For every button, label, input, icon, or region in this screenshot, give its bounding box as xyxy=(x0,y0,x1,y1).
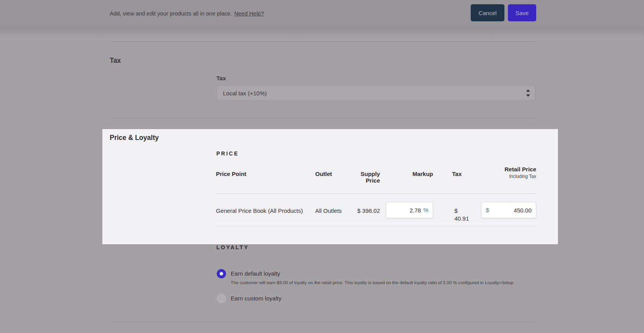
markup-input-field[interactable] xyxy=(390,207,421,214)
header-outlet: Outlet xyxy=(315,165,347,177)
header-tax: Tax xyxy=(433,165,474,177)
tax-select-value: Local tax (+10%) xyxy=(223,90,267,97)
price-loyalty-heading: Price & Loyalty xyxy=(110,134,159,142)
loyalty-section-title: LOYALTY xyxy=(216,244,249,250)
section-divider xyxy=(110,41,536,42)
price-section-title: PRICE xyxy=(216,150,239,157)
tax-field-label: Tax xyxy=(216,75,226,81)
earn-default-loyalty-label[interactable]: Earn default loyalty xyxy=(231,270,280,277)
earn-custom-loyalty-label[interactable]: Earn custom loyalty xyxy=(231,295,281,302)
header-retail-price-label: Retail Price xyxy=(474,166,536,173)
header-retail-price: Retail Price Including Tax xyxy=(474,165,536,180)
table-row: General Price Book (All Products) All Ou… xyxy=(216,194,536,226)
currency-prefix: $ xyxy=(486,206,489,214)
header-price-point: Price Point xyxy=(216,165,315,177)
topbar-message: Add, view and edit your products all in … xyxy=(110,0,264,27)
cell-tax: $ 40.91 xyxy=(433,194,474,223)
tax-select[interactable]: Local tax (+10%) xyxy=(216,85,536,101)
earn-default-loyalty-radio[interactable] xyxy=(217,269,226,278)
markup-input[interactable]: % xyxy=(386,202,433,218)
retail-price-input[interactable]: $ xyxy=(481,202,536,218)
need-help-link[interactable]: Need Help? xyxy=(234,10,264,17)
tax-section-heading: Tax xyxy=(110,57,121,65)
price-loyalty-panel: Price & Loyalty PRICE Price Point Outlet… xyxy=(102,129,558,244)
price-table: Price Point Outlet Supply Price Markup T… xyxy=(216,165,536,226)
product-edit-page: Add, view and edit your products all in … xyxy=(0,0,644,333)
retail-price-input-field[interactable] xyxy=(492,207,532,214)
earn-custom-loyalty-radio[interactable] xyxy=(217,294,226,303)
top-bar: Add, view and edit your products all in … xyxy=(0,0,644,27)
section-divider xyxy=(110,118,536,119)
save-button[interactable]: Save xyxy=(508,4,536,21)
section-divider xyxy=(110,322,536,322)
cell-supply-price: $ 398.02 xyxy=(347,194,380,215)
select-stepper-icon xyxy=(526,90,530,97)
header-supply-price: Supply Price xyxy=(347,165,380,184)
cell-price-point: General Price Book (All Products) xyxy=(216,194,315,215)
topbar-message-text: Add, view and edit your products all in … xyxy=(110,10,232,17)
default-loyalty-description: The customer will earn $9.00 of loyalty … xyxy=(231,280,515,285)
cell-retail-price: $ xyxy=(474,194,536,218)
cancel-button[interactable]: Cancel xyxy=(471,4,504,21)
chevron-down-icon xyxy=(526,95,530,97)
percent-suffix: % xyxy=(423,206,428,214)
cell-markup: % xyxy=(380,194,433,218)
header-markup: Markup xyxy=(380,165,433,177)
header-retail-price-sub: Including Tax xyxy=(474,173,536,180)
cell-outlet: All Outlets xyxy=(315,194,347,215)
chevron-up-icon xyxy=(526,90,530,92)
price-table-header: Price Point Outlet Supply Price Markup T… xyxy=(216,165,536,194)
